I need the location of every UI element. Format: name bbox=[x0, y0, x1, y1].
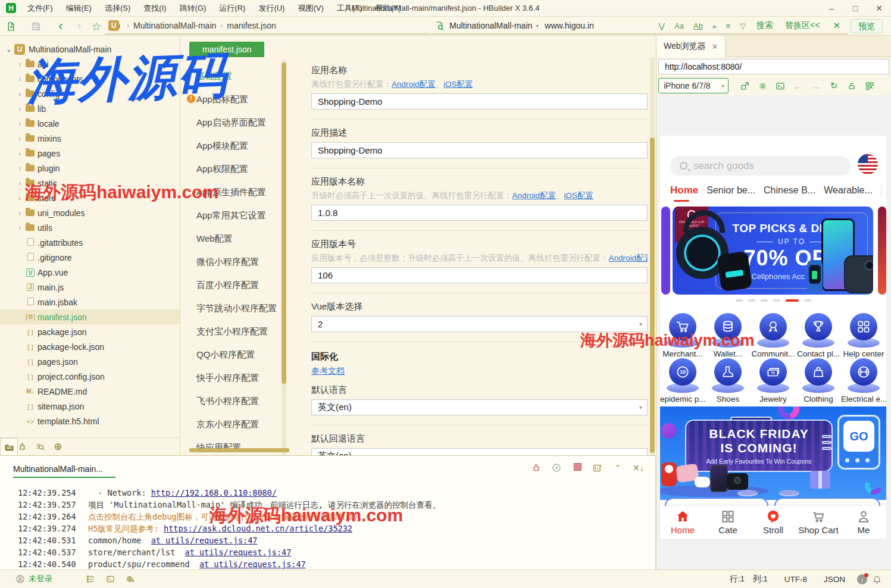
tree-folder-mixins[interactable]: ›mixins bbox=[0, 131, 180, 146]
log-link[interactable]: https://ask.dcloud.net.cn/article/35232 bbox=[164, 523, 352, 534]
tree-file-main.js[interactable]: Jmain.js bbox=[0, 280, 180, 295]
category-Electricale[interactable]: Electrical e... bbox=[841, 354, 886, 399]
new-file-button[interactable] bbox=[4, 19, 18, 33]
whole-word-icon[interactable]: Ab bbox=[693, 21, 703, 30]
extensions-view-icon[interactable] bbox=[54, 442, 71, 451]
tree-file-.gitignore[interactable]: .gitignore bbox=[0, 250, 180, 265]
tree-file-pages.json[interactable]: [ ]pages.json bbox=[0, 354, 180, 369]
collapse-icon[interactable]: ⋁ bbox=[658, 21, 665, 30]
tree-file-main.jsbak[interactable]: main.jsbak bbox=[0, 295, 180, 309]
console-terminal-icon[interactable] bbox=[771, 82, 789, 90]
config-link[interactable]: iOS配置 bbox=[443, 80, 473, 89]
maximize-button[interactable]: □ bbox=[843, 0, 867, 17]
debug-view-icon[interactable] bbox=[18, 442, 36, 451]
carousel-dot[interactable] bbox=[773, 299, 780, 302]
tree-file-package.json[interactable]: [ ]package.json bbox=[0, 324, 180, 339]
tree-file-project.config.json[interactable]: [ ]project.config.json bbox=[0, 369, 180, 384]
carousel-dot[interactable] bbox=[736, 299, 743, 302]
category-epidemicp[interactable]: 10epidemic p... bbox=[660, 354, 705, 399]
category-Wallet[interactable]: Wallet... bbox=[705, 308, 751, 354]
close-button[interactable]: ✕ bbox=[867, 0, 891, 17]
forward-button[interactable]: › bbox=[72, 19, 86, 33]
config-nav-App启动界面配置[interactable]: App启动界面配置 bbox=[196, 111, 286, 134]
menu-视图(V)[interactable]: 视图(V) bbox=[291, 0, 330, 17]
update-download-icon[interactable]: ↓ bbox=[857, 574, 867, 584]
language-flag-icon[interactable] bbox=[858, 154, 878, 174]
tree-folder-locale[interactable]: ›locale bbox=[0, 116, 180, 131]
config-nav-App原生插件配置[interactable]: App原生插件配置 bbox=[196, 180, 286, 204]
unlock-icon[interactable] bbox=[843, 82, 861, 90]
nav-scrollbar[interactable] bbox=[282, 60, 286, 455]
config-nav-App常用其它设置[interactable]: App常用其它设置 bbox=[196, 204, 286, 227]
tree-folder-components[interactable]: ›components bbox=[0, 71, 180, 86]
config-nav-App模块配置[interactable]: App模块配置 bbox=[196, 134, 286, 157]
preview-button[interactable]: 预览 bbox=[851, 19, 883, 33]
config-nav-京东小程序配置[interactable]: 京东小程序配置 bbox=[196, 412, 286, 436]
nav-cate[interactable]: Cate bbox=[705, 506, 751, 539]
cursor-col[interactable]: 列:1 bbox=[753, 574, 768, 584]
tree-folder-plugin[interactable]: ›plugin bbox=[0, 161, 180, 176]
notification-bell-icon[interactable] bbox=[873, 574, 881, 584]
minimize-button[interactable]: – bbox=[820, 0, 843, 17]
tree-folder-api[interactable]: ›api bbox=[0, 57, 180, 71]
category-Shoes[interactable]: Shoes bbox=[705, 354, 751, 399]
browser-forward-icon[interactable]: → bbox=[807, 81, 825, 91]
tree-folder-uni_modules[interactable]: ›uni_modules bbox=[0, 205, 180, 220]
device-selector[interactable]: iPhone 6/7/8 ▾ bbox=[658, 78, 729, 93]
tree-folder-static[interactable]: ›static bbox=[0, 176, 180, 190]
favorite-star-icon[interactable]: ☆ bbox=[89, 19, 104, 33]
stop-icon[interactable] bbox=[572, 463, 583, 473]
qr-code-icon[interactable] bbox=[861, 82, 879, 90]
input-version-name[interactable]: 1.0.8 bbox=[311, 205, 648, 221]
tab-Senior be...[interactable]: Senior be... bbox=[706, 185, 755, 196]
tree-folder-store[interactable]: ›store bbox=[0, 190, 180, 205]
tree-project-row[interactable]: ⌄UMultinationalMall-main bbox=[0, 42, 180, 57]
tree-file-App.vue[interactable]: VApp.vue bbox=[0, 265, 180, 280]
go-button[interactable]: GO bbox=[843, 421, 874, 452]
new-terminal-icon[interactable] bbox=[592, 464, 603, 473]
config-nav-字节跳动小程序配置[interactable]: 字节跳动小程序配置 bbox=[196, 296, 286, 320]
black-friday-banner[interactable]: BLACK FRIDAY IS COMING! Add Early Favour… bbox=[660, 406, 886, 500]
browser-back-icon[interactable]: ← bbox=[789, 81, 807, 91]
log-link[interactable]: at utils/request.js:47 bbox=[151, 534, 258, 546]
breadcrumb-project[interactable]: MultinationalMall-main bbox=[133, 21, 216, 30]
nav-stroll[interactable]: Stroll bbox=[751, 506, 796, 539]
collapse-console-icon[interactable]: ⌃ bbox=[612, 463, 623, 473]
match-case-icon[interactable]: Aa bbox=[674, 21, 684, 30]
config-link[interactable]: iOS配置 bbox=[564, 191, 594, 200]
category-Communit[interactable]: Communit... bbox=[751, 308, 796, 354]
cursor-line[interactable]: 行:1 bbox=[730, 574, 745, 584]
category-Contactpl[interactable]: Contact pl... bbox=[796, 308, 841, 354]
files-view-icon[interactable] bbox=[0, 438, 18, 456]
category-Clothing[interactable]: Clothing bbox=[796, 354, 841, 399]
restart-icon[interactable] bbox=[552, 463, 562, 473]
language-server-icon[interactable] bbox=[126, 575, 135, 583]
settings-gear-icon[interactable] bbox=[754, 82, 771, 90]
config-nav-基础配置[interactable]: 基础配置 bbox=[196, 64, 286, 87]
menu-发行(U)[interactable]: 发行(U) bbox=[252, 0, 291, 17]
tree-file-README.md[interactable]: M↓README.md bbox=[0, 384, 180, 399]
save-button[interactable] bbox=[29, 19, 43, 33]
replace-toggle-button[interactable]: 替换区<< bbox=[785, 20, 820, 31]
tab-Chinese B...[interactable]: Chinese B... bbox=[764, 185, 815, 196]
nav-me[interactable]: Me bbox=[841, 506, 886, 539]
menu-选择(S)[interactable]: 选择(S) bbox=[98, 0, 137, 17]
tree-folder-config[interactable]: ›config bbox=[0, 86, 180, 101]
category-Merchant[interactable]: Merchant... bbox=[660, 308, 705, 354]
login-status[interactable]: 未登录 bbox=[29, 574, 53, 584]
close-tab-icon[interactable]: ✕ bbox=[712, 42, 718, 51]
tree-file-.gitattributes[interactable]: .gitattributes bbox=[0, 235, 180, 250]
select-fallback-lang[interactable]: 英文(en)▾ bbox=[311, 448, 648, 455]
nav-home[interactable]: Home bbox=[660, 506, 705, 539]
select-vue-version[interactable]: 2▾ bbox=[311, 316, 648, 332]
config-nav-支付宝小程序配置[interactable]: 支付宝小程序配置 bbox=[196, 320, 286, 343]
filetype-indicator[interactable]: JSON bbox=[824, 575, 845, 584]
carousel-dot[interactable] bbox=[761, 299, 768, 302]
console-tab[interactable]: MultinationalMall-main... bbox=[13, 464, 103, 474]
horizontal-scrollbar[interactable] bbox=[189, 448, 289, 452]
log-link[interactable]: at utils/request.js:47 bbox=[199, 558, 306, 570]
debug-bug-icon[interactable] bbox=[532, 463, 542, 473]
tree-file-package-lock.json[interactable]: [ ]package-lock.json bbox=[0, 339, 180, 354]
regex-icon[interactable]: ⁎ bbox=[712, 21, 717, 30]
open-external-icon[interactable] bbox=[736, 82, 754, 90]
